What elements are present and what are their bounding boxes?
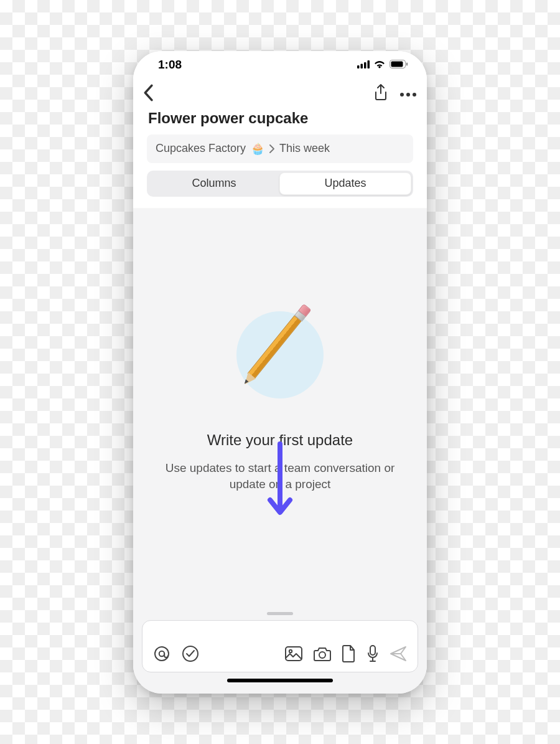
battery-icon — [390, 58, 408, 72]
microphone-icon — [366, 644, 379, 663]
svg-rect-17 — [370, 646, 375, 655]
send-button[interactable] — [389, 645, 408, 662]
svg-point-9 — [413, 93, 416, 97]
breadcrumb-child: This week — [279, 142, 330, 155]
svg-point-11 — [155, 647, 169, 661]
breadcrumb[interactable]: Cupcakes Factory 🧁 This week — [147, 134, 413, 163]
drag-handle[interactable] — [267, 612, 293, 615]
breadcrumb-parent: Cupcakes Factory — [156, 142, 246, 155]
camera-button[interactable] — [313, 646, 332, 662]
svg-rect-2 — [364, 62, 366, 68]
share-icon — [373, 83, 388, 102]
page-title: Flower power cupcake — [133, 107, 427, 134]
cellular-icon — [357, 58, 370, 72]
header-block: 1:08 — [133, 51, 427, 209]
svg-rect-1 — [361, 64, 363, 68]
photo-icon — [284, 646, 303, 662]
svg-rect-3 — [368, 60, 370, 68]
nav-bar — [133, 78, 427, 107]
share-button[interactable] — [373, 83, 388, 105]
mic-button[interactable] — [366, 644, 379, 663]
tabs: Columns Updates — [147, 171, 413, 197]
status-indicators — [357, 58, 408, 72]
composer-area — [133, 612, 427, 694]
svg-rect-5 — [391, 61, 403, 67]
content-area: Write your first update Use updates to s… — [133, 209, 427, 612]
composer[interactable] — [142, 620, 418, 672]
document-icon — [342, 644, 357, 663]
status-bar: 1:08 — [133, 51, 427, 78]
camera-icon — [313, 646, 332, 662]
phone-frame: 1:08 — [133, 51, 427, 694]
tab-updates[interactable]: Updates — [279, 172, 411, 195]
tab-columns[interactable]: Columns — [149, 172, 279, 195]
svg-rect-0 — [357, 65, 360, 68]
send-icon — [389, 645, 408, 662]
home-indicator[interactable] — [227, 679, 333, 682]
chevron-left-icon — [142, 84, 154, 101]
back-button[interactable] — [142, 84, 154, 104]
task-button[interactable] — [181, 644, 200, 663]
svg-point-7 — [400, 93, 404, 97]
empty-illustration — [230, 302, 330, 402]
mention-button[interactable] — [152, 644, 171, 663]
svg-point-13 — [183, 646, 198, 661]
svg-point-12 — [159, 651, 164, 656]
svg-rect-6 — [406, 62, 408, 65]
check-circle-icon — [181, 644, 200, 663]
breadcrumb-emoji: 🧁 — [251, 142, 264, 156]
at-icon — [152, 644, 171, 663]
wifi-icon — [373, 58, 386, 72]
svg-point-8 — [406, 93, 410, 97]
photo-button[interactable] — [284, 646, 303, 662]
status-time: 1:08 — [158, 58, 182, 72]
svg-point-15 — [289, 649, 292, 652]
more-icon — [399, 92, 417, 97]
arrow-down-icon — [266, 441, 294, 516]
more-button[interactable] — [399, 88, 417, 100]
file-button[interactable] — [342, 644, 357, 663]
svg-point-16 — [319, 652, 325, 658]
svg-rect-14 — [286, 647, 302, 661]
annotation-arrow — [266, 441, 294, 519]
chevron-right-icon — [269, 144, 274, 153]
